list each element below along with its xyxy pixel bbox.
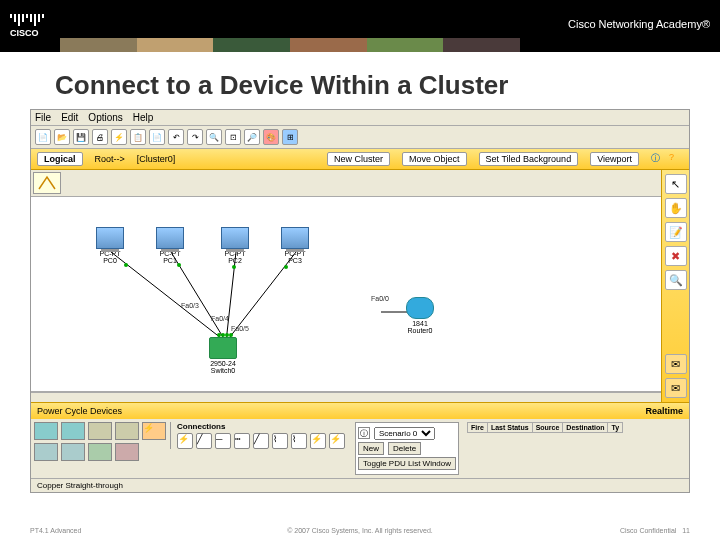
palette-multiuser[interactable] [115,443,139,461]
conn-fiber[interactable]: ╱ [253,433,269,449]
custom-devices-icon[interactable]: ⊞ [282,129,298,145]
col-last-status[interactable]: Last Status [487,423,532,433]
svg-line-0 [111,252,226,342]
col-type[interactable]: Ty [608,423,623,433]
palette-custom[interactable] [88,443,112,461]
device-pc0[interactable]: PC-PT PC0 [96,227,124,264]
zoom-reset-icon[interactable]: ⊡ [225,129,241,145]
device-name: PC1 [156,257,184,264]
scenario-info-icon[interactable]: ⓘ [358,427,370,439]
footer-right: Cisco Confidential [620,527,676,534]
simple-pdu-tool[interactable]: ✉ [665,354,687,374]
inspect-tool[interactable]: 🔍 [665,270,687,290]
new-file-icon[interactable]: 📄 [35,129,51,145]
navigation-chip[interactable] [33,172,61,194]
conn-serial-dte[interactable]: ⚡ [329,433,345,449]
palette-router[interactable] [34,422,58,440]
scenario-new-button[interactable]: New [358,442,384,455]
device-pc1[interactable]: PC-PT PC1 [156,227,184,264]
status-connection-type: Copper Straight-through [37,481,123,490]
palette-icon[interactable]: 🎨 [263,129,279,145]
conn-auto[interactable]: ⚡ [177,433,193,449]
pdu-table: Fire Last Status Source Destination Ty [467,422,623,433]
device-palette: ⚡ [34,422,166,464]
scenario-delete-button[interactable]: Delete [388,442,421,455]
device-name: PC0 [96,257,124,264]
conn-copper-straight[interactable]: ─ [215,433,231,449]
scenario-select[interactable]: Scenario 0 [374,427,435,440]
menu-help[interactable]: Help [133,112,154,123]
packet-tracer-window: File Edit Options Help 📄 📂 💾 🖨 ⚡ 📋 📄 ↶ ↷… [30,109,690,493]
conn-copper-cross[interactable]: ┅ [234,433,250,449]
select-tool[interactable]: ↖ [665,174,687,194]
zoom-in-icon[interactable]: 🔍 [206,129,222,145]
undo-icon[interactable]: ↶ [168,129,184,145]
device-switch0[interactable]: 2950-24 Switch0 [209,337,237,374]
page-number: 11 [682,527,690,534]
info-icon[interactable]: ⓘ [651,152,665,166]
device-type: 1841 [406,320,434,327]
device-name: PC3 [281,257,309,264]
device-router0[interactable]: 1841 Router0 [406,297,434,334]
device-pc2[interactable]: PC-PT PC2 [221,227,249,264]
menubar: File Edit Options Help [31,110,689,126]
move-object-button[interactable]: Move Object [402,152,467,166]
main-toolbar: 📄 📂 💾 🖨 ⚡ 📋 📄 ↶ ↷ 🔍 ⊡ 🔎 🎨 ⊞ [31,126,689,149]
col-destination[interactable]: Destination [563,423,608,433]
device-name: Switch0 [209,367,237,374]
realtime-tab[interactable]: Realtime [645,406,683,416]
breadcrumb-cluster[interactable]: [Cluster0] [137,154,176,164]
zoom-out-icon[interactable]: 🔎 [244,129,260,145]
new-cluster-button[interactable]: New Cluster [327,152,390,166]
help-icon[interactable]: ? [669,152,683,166]
router-icon [406,297,434,319]
open-file-icon[interactable]: 📂 [54,129,70,145]
scenario-box: ⓘ Scenario 0 New Delete Toggle PDU List … [355,422,459,475]
pc-icon [156,227,184,249]
cisco-logo: CISCO [10,14,44,38]
conn-coax[interactable]: ⌇ [291,433,307,449]
copy-icon[interactable]: 📋 [130,129,146,145]
canvas-header [31,170,661,197]
breadcrumb-root[interactable]: Root--> [95,154,125,164]
palette-wan[interactable] [61,443,85,461]
canvas-scrollbar-h[interactable] [31,392,661,402]
conn-serial-dce[interactable]: ⚡ [310,433,326,449]
set-background-button[interactable]: Set Tiled Background [479,152,579,166]
viewport-button[interactable]: Viewport [590,152,639,166]
palette-hub[interactable] [88,422,112,440]
connections-label: Connections [177,422,345,431]
print-icon[interactable]: 🖨 [92,129,108,145]
wizard-icon[interactable]: ⚡ [111,129,127,145]
palette-end-device[interactable] [34,443,58,461]
note-tool[interactable]: 📝 [665,222,687,242]
col-source[interactable]: Source [532,423,563,433]
conn-console[interactable]: ╱ [196,433,212,449]
logical-toolbar: Logical Root--> [Cluster0] New Cluster M… [31,149,689,170]
menu-edit[interactable]: Edit [61,112,78,123]
hand-tool[interactable]: ✋ [665,198,687,218]
palette-switch[interactable] [61,422,85,440]
paste-icon[interactable]: 📄 [149,129,165,145]
academy-text: Cisco Networking Academy® [568,18,710,30]
switch-icon [209,337,237,359]
device-pc3[interactable]: PC-PT PC3 [281,227,309,264]
cisco-header: CISCO Cisco Networking Academy® [0,0,720,52]
palette-wireless[interactable] [115,422,139,440]
menu-options[interactable]: Options [88,112,122,123]
palette-connections[interactable]: ⚡ [142,422,166,440]
menu-file[interactable]: File [35,112,51,123]
topology-canvas[interactable]: PC-PT PC0 PC-PT PC1 PC-PT PC2 PC-PT PC3 [31,197,661,392]
conn-phone[interactable]: ⌇ [272,433,288,449]
device-name: Router0 [406,327,434,334]
toggle-pdu-button[interactable]: Toggle PDU List Window [358,457,456,470]
save-icon[interactable]: 💾 [73,129,89,145]
power-cycle-label[interactable]: Power Cycle Devices [37,406,122,416]
topology-links [31,197,661,391]
pc-icon [221,227,249,249]
col-fire[interactable]: Fire [468,423,488,433]
redo-icon[interactable]: ↷ [187,129,203,145]
complex-pdu-tool[interactable]: ✉ [665,378,687,398]
logical-tab[interactable]: Logical [37,152,83,166]
delete-tool[interactable]: ✖ [665,246,687,266]
